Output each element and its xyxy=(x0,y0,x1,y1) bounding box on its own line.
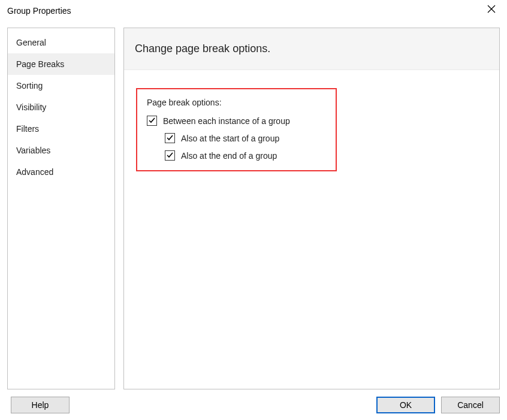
page-break-options-highlight: Page break options: Between each instanc… xyxy=(136,88,337,171)
checkbox-label: Between each instance of a group xyxy=(163,116,290,126)
checkbox-row-start-of-group: Also at the start of a group xyxy=(165,133,324,143)
content-area: General Page Breaks Sorting Visibility F… xyxy=(0,22,507,389)
checkbox-label: Also at the end of a group xyxy=(181,151,277,161)
checkbox-start-of-group[interactable] xyxy=(165,133,175,143)
sidebar-item-visibility[interactable]: Visibility xyxy=(8,96,114,118)
sidebar-item-page-breaks[interactable]: Page Breaks xyxy=(8,53,114,75)
check-icon xyxy=(166,151,174,161)
sidebar-item-sorting[interactable]: Sorting xyxy=(8,75,114,96)
check-icon xyxy=(166,134,174,143)
sidebar-item-general[interactable]: General xyxy=(8,32,114,53)
help-button[interactable]: Help xyxy=(11,397,70,413)
check-icon xyxy=(148,116,156,126)
checkbox-end-of-group[interactable] xyxy=(165,150,175,161)
checkbox-between-instances[interactable] xyxy=(147,116,157,126)
sidebar-item-label: Page Breaks xyxy=(16,59,64,69)
ok-button[interactable]: OK xyxy=(376,397,435,413)
panel-body: Page break options: Between each instanc… xyxy=(124,70,499,189)
checkbox-row-end-of-group: Also at the end of a group xyxy=(165,150,324,161)
options-label: Page break options: xyxy=(147,98,324,107)
dialog-title: Group Properties xyxy=(7,6,71,16)
close-button[interactable] xyxy=(485,4,497,16)
sidebar-item-label: Sorting xyxy=(16,81,43,90)
sidebar: General Page Breaks Sorting Visibility F… xyxy=(7,28,115,389)
checkbox-label: Also at the start of a group xyxy=(181,134,279,143)
main-panel: Change page break options. Page break op… xyxy=(123,28,500,389)
panel-heading: Change page break options. xyxy=(124,28,499,70)
button-bar: Help OK Cancel xyxy=(0,390,507,420)
sidebar-item-label: Filters xyxy=(16,124,39,134)
checkbox-row-between-instances: Between each instance of a group xyxy=(147,116,324,126)
sidebar-item-label: General xyxy=(16,38,46,47)
cancel-button[interactable]: Cancel xyxy=(441,397,500,413)
sidebar-item-advanced[interactable]: Advanced xyxy=(8,161,114,183)
sidebar-item-label: Advanced xyxy=(16,167,53,177)
sidebar-item-label: Variables xyxy=(16,146,50,155)
title-bar: Group Properties xyxy=(0,0,507,22)
sidebar-item-filters[interactable]: Filters xyxy=(8,118,114,140)
sidebar-item-variables[interactable]: Variables xyxy=(8,140,114,161)
sidebar-item-label: Visibility xyxy=(16,102,46,112)
close-icon xyxy=(487,5,496,15)
